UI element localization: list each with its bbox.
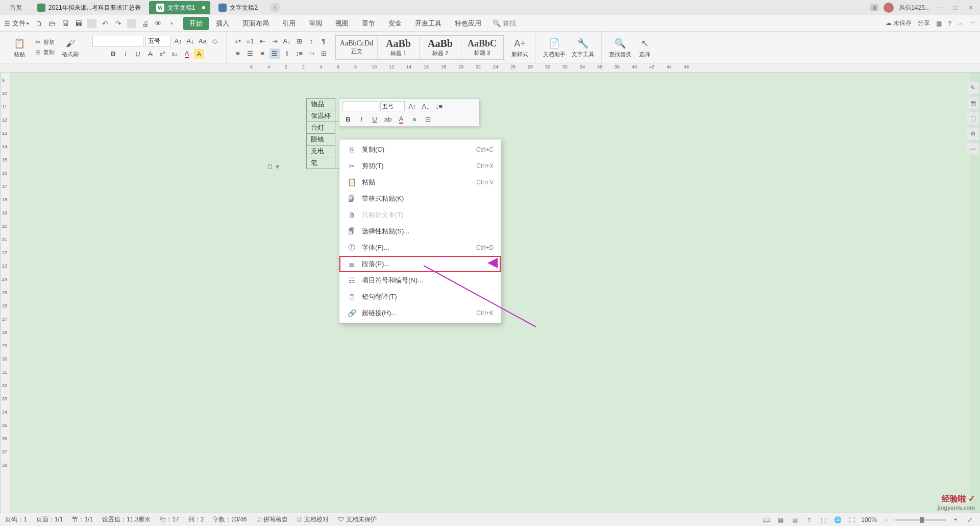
file-menu[interactable]: ☰ 文件 ▾ <box>4 19 29 28</box>
align-center-icon[interactable]: ☰ <box>245 49 255 59</box>
mini-underline-icon[interactable]: U <box>369 113 380 125</box>
minimize-button[interactable]: — <box>935 3 945 13</box>
menu-layout[interactable]: 页面布局 <box>236 17 275 30</box>
close-button[interactable]: ✕ <box>966 3 976 13</box>
help-icon[interactable]: ? <box>948 20 951 27</box>
bold-icon[interactable]: B <box>108 49 118 59</box>
underline-icon[interactable]: U <box>133 49 143 59</box>
superscript-icon[interactable]: x² <box>157 49 167 59</box>
sort-icon[interactable]: A↓ <box>282 36 292 46</box>
view-print-icon[interactable]: ▦ <box>775 515 786 525</box>
mini-linespacing-icon[interactable]: ↕≡ <box>433 101 445 112</box>
clear-format-icon[interactable]: ◇ <box>210 36 220 46</box>
zoom-label[interactable]: 100% <box>861 516 877 523</box>
menu-dev[interactable]: 开发工具 <box>409 17 448 30</box>
outdent-icon[interactable]: ⇤ <box>257 36 267 46</box>
highlight-icon[interactable]: A <box>194 49 204 59</box>
view-web-icon[interactable]: ▤ <box>790 515 800 525</box>
align-justify-icon[interactable]: ☰ <box>270 49 280 59</box>
menu-special[interactable]: 特色应用 <box>449 17 487 30</box>
indent-icon[interactable]: ⇥ <box>270 36 280 46</box>
doc-helper-button[interactable]: 📄文档助手 <box>540 35 569 59</box>
status-words[interactable]: 字数：23/46 <box>213 515 247 524</box>
mini-align-icon[interactable]: ≡ <box>409 113 420 125</box>
rt-nav[interactable]: ▤ <box>967 97 979 109</box>
zoom-out-icon[interactable]: − <box>881 515 891 525</box>
zoom-slider[interactable] <box>895 519 946 521</box>
italic-icon[interactable]: I <box>120 49 131 59</box>
borders-icon[interactable]: ⊞ <box>318 49 329 59</box>
style-gallery[interactable]: AaBbCcDd正文 AaBb标题 1 AaBb标题 2 AaBbC标题 3 <box>335 35 504 60</box>
saveas-icon[interactable]: 🖬 <box>74 19 83 28</box>
cm-hyperlink[interactable]: 🔗超链接(H)...Ctrl+K <box>339 305 501 321</box>
qr-icon[interactable]: ▦ <box>936 20 942 27</box>
status-page[interactable]: 页码：1 <box>5 515 27 524</box>
numbering-icon[interactable]: ≡1 <box>245 36 255 46</box>
cm-copy[interactable]: ⎘复制(C)Ctrl+C <box>339 141 501 158</box>
notif-badge[interactable]: 3 <box>870 4 878 11</box>
mini-merge-icon[interactable]: ⊟ <box>422 113 433 125</box>
subscript-icon[interactable]: x₂ <box>169 49 180 59</box>
align-left-icon[interactable]: ≡ <box>233 49 243 59</box>
ruler-horizontal[interactable]: 6422468101214161820222426283032343638404… <box>0 63 980 73</box>
mini-bold-icon[interactable]: B <box>342 113 354 125</box>
view-fullscreen-icon[interactable]: ⛶ <box>847 515 857 525</box>
showmarks-icon[interactable]: ¶ <box>318 36 329 46</box>
open-icon[interactable]: 🗁 <box>47 19 57 28</box>
shrink-font-icon[interactable]: A↓ <box>185 36 195 46</box>
fit-icon[interactable]: ⤢ <box>965 515 975 525</box>
cm-paste[interactable]: 📋粘贴Ctrl+V <box>339 174 501 190</box>
ruler-vertical[interactable]: 9101112131415161718192021222324252627282… <box>1 73 10 513</box>
font-name-input[interactable] <box>92 36 143 47</box>
status-protect[interactable]: 🛡 文档未保护 <box>338 515 376 524</box>
table-icon[interactable]: ⊞ <box>294 36 304 46</box>
status-spell[interactable]: ☑ 拼写检查 <box>256 515 288 524</box>
cm-paragraph[interactable]: ≣段落(P)... <box>339 256 501 272</box>
shading-icon[interactable]: ▭ <box>306 49 316 59</box>
collapse-down-icon[interactable]: ﹀ <box>970 19 976 28</box>
mini-highlight-icon[interactable]: ab <box>382 113 394 125</box>
tab-doc1[interactable]: W文字文稿1 <box>149 1 211 14</box>
cm-cut[interactable]: ✂剪切(T)Ctrl+X <box>339 158 501 174</box>
select-button[interactable]: ↖选择 <box>634 35 655 59</box>
tab-home[interactable]: 首页 <box>3 1 29 14</box>
maximize-button[interactable]: □ <box>950 3 961 13</box>
view-outline-icon[interactable]: ≡ <box>804 515 814 525</box>
format-painter-button[interactable]: 🖌格式刷 <box>59 35 82 59</box>
zoom-in-icon[interactable]: + <box>950 515 961 525</box>
strike-icon[interactable]: A̶ <box>145 49 155 59</box>
mini-italic-icon[interactable]: I <box>356 113 367 125</box>
style-body[interactable]: AaBbCcDd正文 <box>336 36 378 59</box>
style-h2[interactable]: AaBb标题 2 <box>420 36 461 59</box>
view-read-icon[interactable]: 📖 <box>761 515 771 525</box>
copy-button[interactable]: ⎘复制 <box>32 47 57 58</box>
font-size-input[interactable] <box>145 36 171 47</box>
status-proof[interactable]: ☑ 文档校对 <box>297 515 329 524</box>
cm-paste-special[interactable]: 🗐选择性粘贴(S)... <box>339 223 501 240</box>
menu-view[interactable]: 视图 <box>329 17 355 30</box>
mini-size-input[interactable] <box>380 101 405 111</box>
bullets-icon[interactable]: ≡• <box>233 36 243 46</box>
new-tab-button[interactable]: + <box>270 3 280 13</box>
redo-icon[interactable]: ↷ <box>114 19 123 28</box>
avatar[interactable] <box>884 3 894 13</box>
rt-more[interactable]: ⋯ <box>967 143 979 155</box>
rt-style[interactable]: ✎ <box>967 82 979 94</box>
menu-insert[interactable]: 插入 <box>210 17 235 30</box>
style-h1[interactable]: AaBb标题 1 <box>378 36 420 59</box>
view-globe-icon[interactable]: 🌐 <box>832 515 843 525</box>
mini-fontcolor-icon[interactable]: A <box>396 113 407 125</box>
view-fullwidth-icon[interactable]: ⬚ <box>818 515 828 525</box>
print-icon[interactable]: 🖨 <box>140 19 150 28</box>
mini-font-input[interactable] <box>342 101 378 111</box>
menu-start[interactable]: 开始 <box>183 17 209 30</box>
share-link[interactable]: 分享 <box>918 19 930 28</box>
cm-bullets[interactable]: ☷项目符号和编号(N)... <box>339 272 501 289</box>
undo-icon[interactable]: ↶ <box>101 19 110 28</box>
cut-button[interactable]: ✂剪切 <box>32 37 57 47</box>
find-replace-button[interactable]: 🔍查找替换 <box>606 35 634 59</box>
align-right-icon[interactable]: ≡ <box>257 49 267 59</box>
rt-props[interactable]: ⚙ <box>967 128 979 140</box>
rt-select[interactable]: ⬚ <box>967 112 979 125</box>
collapse-up-icon[interactable]: ︿ <box>958 19 964 28</box>
